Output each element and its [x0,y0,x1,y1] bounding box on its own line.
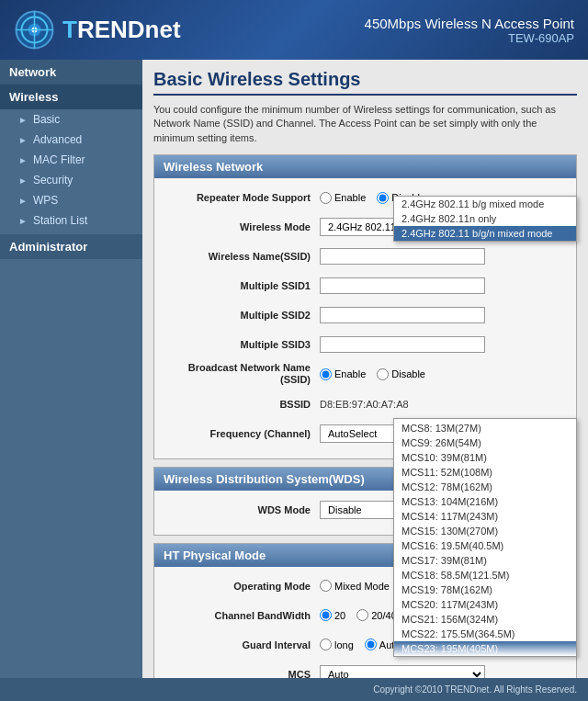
wireless-mode-option-1[interactable]: 2.4GHz 802.11n only [394,211,576,226]
mcs-option-5[interactable]: MCS11: 52M(108M) [394,465,576,480]
broadcast-control: Enable Disable [320,368,567,380]
sidebar-section-wireless: Wireless [0,85,142,109]
channel-2040-radio[interactable] [356,609,368,621]
sidebar-item-wps[interactable]: ► WPS [0,190,142,210]
multiple-ssid3-input[interactable] [320,336,485,353]
repeater-enable-radio[interactable] [320,192,332,204]
guard-interval-radio-group: long Auto [320,639,400,650]
multiple-ssid3-row: Multiple SSID3 [164,333,567,356]
page-title: Basic Wireless Settings [153,69,577,96]
multiple-ssid1-row: Multiple SSID1 [164,274,567,298]
broadcast-radio-group: Enable Disable [320,368,425,380]
broadcast-enable-label[interactable]: Enable [320,368,366,380]
mcs-option-2[interactable]: MCS8: 13M(27M) [394,421,576,435]
mcs-option-6[interactable]: MCS12: 78M(162M) [394,480,576,494]
logo-text: TRENDnet [62,16,181,44]
repeater-enable-label[interactable]: Enable [320,192,366,204]
frequency-label: Frequency (Channel) [164,428,320,439]
operating-mode-label: Operating Mode [164,581,320,592]
bullet-station: ► [18,216,28,226]
guard-interval-label: Guard Interval [164,639,320,650]
operating-mixed-label[interactable]: Mixed Mode [320,580,390,592]
bullet-mac: ► [18,155,28,165]
mcs-option-18[interactable]: MCS32: 6M [394,656,576,657]
multiple-ssid2-row: Multiple SSID2 [164,303,567,327]
content-area: Basic Wireless Settings You could config… [142,60,588,678]
channel-bw-radio-group: 20 20/40 [320,609,397,621]
bullet-security: ► [18,175,28,186]
header-right: 450Mbps Wireless N Access Point TEW-690A… [365,16,574,45]
broadcast-enable-radio[interactable] [320,368,332,380]
mcs-option-7[interactable]: MCS13: 104M(216M) [394,494,576,509]
multiple-ssid2-control [320,307,567,323]
wireless-mode-option-2[interactable]: 2.4GHz 802.11 b/g/n mixed mode [394,226,576,241]
ssid-input[interactable]: TRENDnet [320,248,485,265]
sidebar-item-station-list[interactable]: ► Station List [0,210,142,231]
sidebar-item-network[interactable]: Network [0,60,142,85]
mcs-row: MCS Auto [164,662,567,678]
bssid-value: D8:EB:97:A0:A7:A8 [320,399,409,410]
mcs-option-10[interactable]: MCS16: 19.5M(40.5M) [394,538,576,553]
guard-long-radio[interactable] [320,639,332,650]
header-subtitle: TEW-690AP [365,31,574,45]
channel-20-label[interactable]: 20 [320,609,345,621]
mcs-dropdown-overlay[interactable]: MCS6: 58.5M(121.5M)MCS7: 65M(135M)MCS8: … [393,418,577,657]
mcs-option-16[interactable]: MCS22: 175.5M(364.5M) [394,627,576,641]
wireless-mode-dropdown-overlay[interactable]: 2.4GHz 802.11 b/g mixed mode 2.4GHz 802.… [393,196,577,242]
header: TRENDnet 450Mbps Wireless N Access Point… [0,0,588,60]
broadcast-disable-radio[interactable] [377,368,389,380]
ssid-control: TRENDnet [320,248,567,265]
channel-20-radio[interactable] [320,609,332,621]
mcs-option-4[interactable]: MCS10: 39M(81M) [394,450,576,465]
bssid-label: BSSID [164,399,320,410]
mcs-option-11[interactable]: MCS17: 39M(81M) [394,553,576,568]
operating-mixed-radio[interactable] [320,580,332,592]
multiple-ssid2-label: Multiple SSID2 [164,310,320,321]
mcs-option-9[interactable]: MCS15: 130M(270M) [394,524,576,538]
mcs-select[interactable]: Auto [320,665,485,678]
sidebar-section-administrator[interactable]: Administrator [0,234,142,259]
mcs-option-3[interactable]: MCS9: 26M(54M) [394,435,576,450]
bullet-basic: ► [18,115,28,125]
mcs-option-14[interactable]: MCS20: 117M(243M) [394,597,576,612]
page-description: You could configure the minimum number o… [153,103,577,145]
bssid-row: BSSID D8:EB:97:A0:A7:A8 [164,392,567,416]
ssid-label: Wireless Name(SSID) [164,251,320,262]
mcs-control: Auto [320,665,567,678]
guard-auto-radio[interactable] [365,639,377,650]
mcs-option-15[interactable]: MCS21: 156M(324M) [394,612,576,627]
multiple-ssid1-input[interactable] [320,277,485,294]
multiple-ssid3-control [320,336,567,353]
repeater-mode-label: Repeater Mode Support [164,192,320,203]
multiple-ssid1-label: Multiple SSID1 [164,280,320,291]
channel-2040-label[interactable]: 20/40 [356,609,397,621]
mcs-option-17[interactable]: MCS23: 195M(405M) [394,641,576,656]
bullet-wps: ► [18,196,28,206]
mcs-option-13[interactable]: MCS19: 78M(162M) [394,582,576,597]
footer-copyright: Copyright ©2010 TRENDnet. All Rights Res… [0,678,588,701]
wireless-mode-option-0[interactable]: 2.4GHz 802.11 b/g mixed mode [394,197,576,211]
sidebar-item-mac-filter[interactable]: ► MAC Filter [0,150,142,170]
guard-long-label[interactable]: long [320,639,354,650]
broadcast-label: Broadcast Network Name (SSID) [164,362,320,386]
sidebar-item-advanced[interactable]: ► Advanced [0,130,142,150]
sidebar-item-basic[interactable]: ► Basic [0,109,142,130]
sidebar-item-security[interactable]: ► Security [0,170,142,190]
ssid-row: Wireless Name(SSID) TRENDnet [164,244,567,268]
multiple-ssid3-label: Multiple SSID3 [164,339,320,350]
mcs-label: MCS [164,669,320,678]
multiple-ssid1-control [320,277,567,294]
bullet-advanced: ► [18,135,28,145]
mcs-option-12[interactable]: MCS18: 58.5M(121.5M) [394,568,576,582]
channel-bw-label: Channel BandWidth [164,610,320,621]
broadcast-disable-label[interactable]: Disable [377,368,425,380]
logo-area: TRENDnet [14,9,181,51]
multiple-ssid2-input[interactable] [320,307,485,323]
bssid-control: D8:EB:97:A0:A7:A8 [320,399,567,410]
wireless-mode-label: Wireless Mode [164,221,320,232]
wireless-network-header: Wireless Network [154,155,576,178]
wds-mode-label: WDS Mode [164,504,320,515]
repeater-disable-radio[interactable] [377,192,389,204]
mcs-option-8[interactable]: MCS14: 117M(243M) [394,509,576,524]
broadcast-row: Broadcast Network Name (SSID) Enable Dis… [164,362,567,386]
